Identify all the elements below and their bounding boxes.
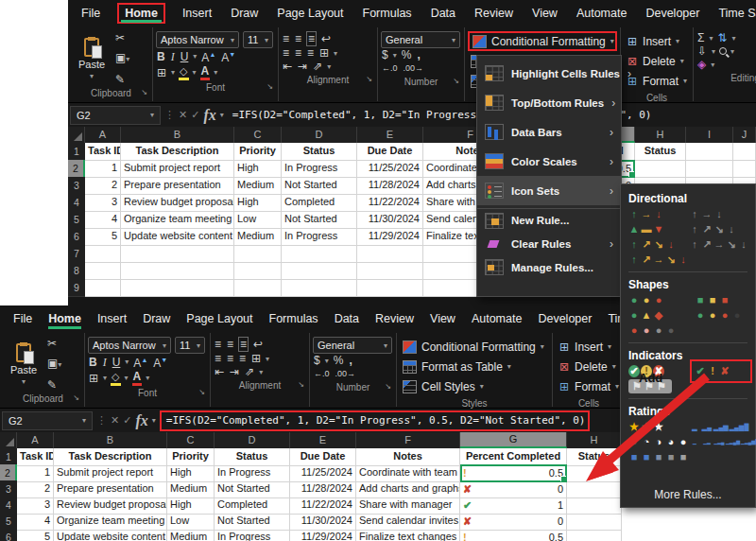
comma-icon[interactable]: , <box>348 354 352 367</box>
cf-menu-item[interactable]: Highlight Cells Rules › <box>477 59 621 88</box>
cell-priority[interactable]: Medium <box>234 177 282 195</box>
italic-button[interactable]: I <box>102 356 108 369</box>
icon-set-option[interactable]: ●◔◑◕● <box>628 435 689 449</box>
number-format-combo[interactable]: General▾ <box>313 337 392 354</box>
font-color-icon[interactable]: A <box>200 64 211 80</box>
row-header[interactable]: 6 <box>68 228 85 246</box>
align-center-icon[interactable]: ≡ <box>226 352 234 365</box>
cell[interactable] <box>686 143 733 161</box>
column-header[interactable]: E <box>357 127 423 143</box>
cell[interactable] <box>733 160 756 178</box>
tab-developer[interactable]: Developer <box>644 4 701 23</box>
fill-down-icon[interactable]: ⇩ <box>696 44 708 58</box>
decrease-indent-icon[interactable]: ⇤ <box>214 365 225 378</box>
tab-draw[interactable]: Draw <box>229 4 260 23</box>
cf-menu-item[interactable]: Color Scales › <box>477 147 621 176</box>
underline-button[interactable]: U <box>180 50 190 63</box>
align-bottom-icon[interactable]: ≡ <box>306 31 317 46</box>
wrap-text-icon[interactable]: ↩ <box>252 338 264 351</box>
icon-set-option[interactable]: ●▲◆ <box>628 308 695 323</box>
currency-icon[interactable]: $ <box>381 48 389 61</box>
increase-indent-icon[interactable]: ⇥ <box>229 365 240 378</box>
row-header[interactable]: 2 <box>68 160 85 178</box>
cell-percent-completed[interactable]: ! 0.5 <box>460 529 567 541</box>
icon-set-option[interactable]: ●●●● <box>695 308 747 323</box>
tab-draw[interactable]: Draw <box>141 309 172 328</box>
tab-formulas[interactable]: Formulas <box>361 4 414 23</box>
cell-status-2[interactable] <box>567 529 622 541</box>
cell[interactable]: Task ID <box>85 143 121 161</box>
cell-percent-completed[interactable]: ! 0.5 <box>460 464 567 482</box>
copy-icon[interactable]: ▣▾ <box>46 357 62 372</box>
tab-review[interactable]: Review <box>472 4 515 23</box>
cell-notes[interactable]: Finalize text changes <box>356 529 460 541</box>
icon-set-option[interactable]: ■■■ <box>695 293 747 307</box>
column-header[interactable]: E <box>290 432 356 448</box>
cell-due-date[interactable]: 11/29/2024 <box>357 228 423 246</box>
dialog-launcher-icon[interactable]: ↘ <box>198 388 205 396</box>
row-header[interactable]: 7 <box>68 245 85 263</box>
merge-center-icon[interactable]: ⊞ <box>250 352 262 365</box>
find-select-icon[interactable] <box>719 47 727 55</box>
font-color-icon[interactable]: A <box>132 370 143 386</box>
cell[interactable]: Status <box>282 143 357 161</box>
cell-due-date[interactable]: 11/29/2024 <box>290 529 356 541</box>
bold-button[interactable]: B <box>88 356 98 369</box>
cell-status[interactable]: In Progress <box>282 160 357 178</box>
tab-developer[interactable]: Developer <box>536 309 593 328</box>
align-center-icon[interactable]: ≡ <box>294 46 302 60</box>
tab-time-savers[interactable]: Time Savers <box>716 4 756 23</box>
tab-insert[interactable]: Insert <box>95 309 129 328</box>
increase-decimal-icon[interactable]: ←.0 <box>313 367 331 380</box>
column-header[interactable]: B <box>54 432 167 448</box>
cell-status[interactable]: In Progress <box>215 529 290 541</box>
percent-icon[interactable]: % <box>401 48 413 61</box>
paste-button[interactable]: Paste▾ <box>73 29 111 88</box>
column-header[interactable]: H <box>567 432 622 448</box>
align-left-icon[interactable]: ≡ <box>282 46 290 60</box>
fill-color-icon[interactable]: ◇ <box>111 370 120 386</box>
tab-formulas[interactable]: Formulas <box>267 309 320 328</box>
tab-data[interactable]: Data <box>429 4 457 23</box>
column-header[interactable]: B <box>121 127 234 143</box>
font-size-combo[interactable]: 11▾ <box>175 337 205 354</box>
tab-file[interactable]: File <box>79 4 102 23</box>
column-header[interactable]: G <box>460 432 567 448</box>
tab-home[interactable]: Home <box>46 309 83 328</box>
cell-due-date[interactable]: 11/25/2024 <box>357 160 423 178</box>
align-middle-icon[interactable]: ≡ <box>226 338 234 351</box>
cell-task-description[interactable]: Submit project report <box>121 160 234 178</box>
sort-filter-icon[interactable]: ⇅ <box>716 31 728 44</box>
cf-menu-item[interactable]: New Rule... <box>477 208 621 232</box>
cell[interactable] <box>733 143 756 161</box>
insert-function-icon[interactable]: fx <box>203 107 215 124</box>
select-all-corner[interactable] <box>68 127 85 143</box>
cell-task-description[interactable]: Review budget proposal <box>121 194 234 212</box>
cell[interactable]: Task Description <box>121 143 234 161</box>
tab-file[interactable]: File <box>11 309 34 328</box>
italic-button[interactable]: I <box>170 50 176 63</box>
copy-icon[interactable]: ▣▾ <box>114 51 130 66</box>
row-header[interactable]: 9 <box>68 279 85 297</box>
align-right-icon[interactable]: ≡ <box>238 352 247 365</box>
clear-icon[interactable]: ◈ <box>696 58 707 71</box>
tab-data[interactable]: Data <box>333 309 361 328</box>
enter-icon[interactable]: ✓ <box>191 109 199 121</box>
cell-task-description[interactable]: Prepare presentation <box>121 177 234 195</box>
cell-task-id[interactable]: 5 <box>17 529 54 541</box>
decrease-font-icon[interactable]: A▼ <box>220 48 236 64</box>
increase-decimal-icon[interactable]: ←.0 <box>381 61 399 75</box>
icon-set-option[interactable]: ↑→↓ <box>628 207 689 221</box>
format-cells-button[interactable]: ⊞Format▾ <box>556 376 622 396</box>
conditional-formatting-button[interactable]: Conditional Formatting▾ <box>468 31 617 51</box>
cell-task-id[interactable]: 2 <box>85 177 121 195</box>
cell[interactable] <box>686 160 733 178</box>
borders-icon[interactable]: ⊞ <box>156 66 167 79</box>
cell-styles-button[interactable]: Cell Styles▾ <box>400 376 549 396</box>
cell-task-id[interactable]: 3 <box>85 194 121 212</box>
dialog-launcher-icon[interactable]: ↘ <box>298 380 304 389</box>
cell-due-date[interactable]: 11/28/2024 <box>357 177 423 195</box>
decrease-font-icon[interactable]: A▼ <box>152 354 168 370</box>
row-header[interactable]: 3 <box>68 177 85 195</box>
tab-automate[interactable]: Automate <box>470 309 524 328</box>
